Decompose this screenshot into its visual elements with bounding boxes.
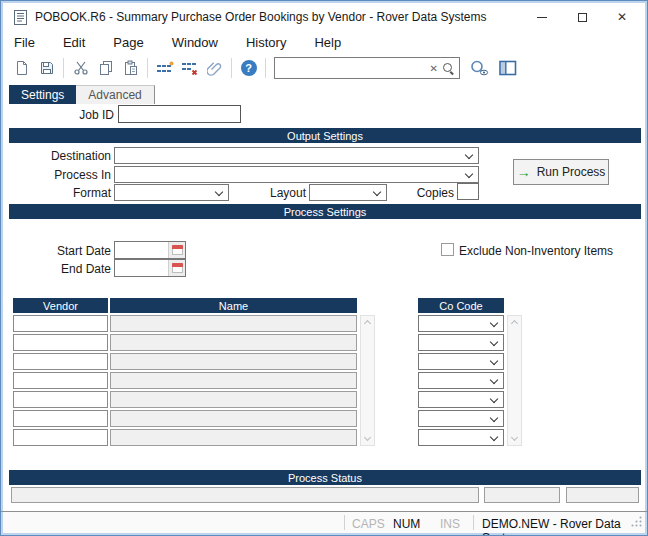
layout-select[interactable] [309, 184, 387, 201]
resize-grip[interactable] [630, 515, 642, 530]
destination-select[interactable] [114, 147, 479, 164]
ins-indicator: INS [440, 517, 460, 531]
close-icon: ✕ [617, 11, 627, 23]
chevron-down-icon [490, 433, 498, 441]
vendor-cell[interactable] [13, 334, 108, 351]
table-row [13, 315, 357, 332]
menu-page[interactable]: Page [103, 33, 153, 52]
vendor-cell[interactable] [13, 391, 108, 408]
add-rows-button[interactable] [152, 56, 177, 80]
vendor-cell[interactable] [13, 372, 108, 389]
caps-indicator: CAPS [352, 517, 385, 531]
co-code-select[interactable] [418, 315, 504, 332]
co-code-select[interactable] [418, 334, 504, 351]
menu-history[interactable]: History [236, 33, 296, 52]
attach-button[interactable] [202, 56, 227, 80]
toolbar-separator [265, 58, 266, 78]
process-status-field-3 [566, 487, 639, 503]
menu-help[interactable]: Help [304, 33, 351, 52]
maximize-button[interactable] [562, 4, 602, 30]
job-id-input[interactable] [118, 105, 241, 123]
find-button[interactable] [466, 56, 491, 80]
scroll-up-icon[interactable] [511, 320, 518, 327]
co-code-select[interactable] [418, 372, 504, 389]
process-settings-header: Process Settings [9, 204, 641, 219]
close-button[interactable]: ✕ [602, 4, 642, 30]
chevron-down-icon [490, 319, 498, 327]
job-id-label: Job ID [41, 108, 114, 122]
end-date-input[interactable] [114, 259, 186, 277]
cut-button[interactable] [68, 56, 93, 80]
co-code-select[interactable] [418, 391, 504, 408]
toolbar: ? ✕ [4, 54, 644, 82]
menu-edit[interactable]: Edit [53, 33, 95, 52]
process-status-field-2 [484, 487, 560, 503]
vendor-cell[interactable] [13, 353, 108, 370]
paste-button[interactable] [118, 56, 143, 80]
chevron-down-icon [490, 395, 498, 403]
cut-icon [73, 60, 89, 76]
destination-label: Destination [21, 149, 111, 163]
vendor-cell[interactable] [13, 410, 108, 427]
run-process-button[interactable]: → Run Process [513, 159, 609, 185]
num-indicator: NUM [393, 517, 420, 531]
chevron-down-icon [490, 338, 498, 346]
scroll-down-icon[interactable] [364, 434, 371, 441]
app-icon [14, 10, 27, 25]
scroll-down-icon[interactable] [511, 434, 518, 441]
layout-panel-icon [499, 60, 517, 76]
save-button[interactable] [34, 56, 59, 80]
add-rows-icon [156, 61, 174, 76]
co-code-table-scrollbar[interactable] [507, 315, 522, 446]
help-button[interactable]: ? [236, 56, 261, 80]
co-code-select[interactable] [418, 429, 504, 446]
end-date-picker-button[interactable] [168, 260, 185, 276]
statusbar-separator [473, 515, 474, 530]
find-preview-icon [469, 59, 489, 77]
vendor-cell[interactable] [13, 429, 108, 446]
format-select[interactable] [114, 184, 229, 201]
new-icon [14, 60, 30, 76]
name-column-header: Name [110, 298, 357, 313]
menu-file[interactable]: File [4, 33, 45, 52]
co-code-select[interactable] [418, 410, 504, 427]
start-date-input[interactable] [114, 241, 186, 259]
delete-rows-button[interactable] [177, 56, 202, 80]
co-code-column-header: Co Code [418, 298, 504, 313]
table-row [13, 334, 357, 351]
table-row [13, 372, 357, 389]
minimize-button[interactable] [522, 4, 562, 30]
process-in-select[interactable] [114, 166, 479, 183]
maximize-icon [578, 13, 587, 22]
tab-settings[interactable]: Settings [9, 85, 76, 104]
tab-strip: Settings Advanced [9, 85, 155, 104]
clear-search-icon[interactable]: ✕ [426, 63, 442, 74]
new-button[interactable] [9, 56, 34, 80]
exclude-non-inventory-checkbox[interactable] [441, 243, 454, 256]
minimize-icon [537, 17, 547, 18]
calendar-icon [172, 245, 183, 255]
menu-window[interactable]: Window [162, 33, 228, 52]
scroll-up-icon[interactable] [364, 320, 371, 327]
copy-button[interactable] [93, 56, 118, 80]
chevron-down-icon [490, 376, 498, 384]
layout-button[interactable] [495, 56, 520, 80]
start-date-label: Start Date [31, 244, 111, 258]
copies-input[interactable] [457, 183, 479, 200]
name-cell [110, 315, 357, 332]
vendor-table-scrollbar[interactable] [360, 315, 375, 446]
co-code-select[interactable] [418, 353, 504, 370]
tab-advanced[interactable]: Advanced [76, 85, 154, 104]
name-cell [110, 372, 357, 389]
vendor-cell[interactable] [13, 315, 108, 332]
search-icon[interactable] [442, 62, 455, 75]
name-cell [110, 334, 357, 351]
process-status-message-field [11, 487, 479, 503]
paste-icon [123, 60, 139, 76]
session-context: DEMO.NEW - Rover Data Systems [482, 517, 645, 536]
format-label: Format [21, 186, 111, 200]
start-date-picker-button[interactable] [168, 242, 185, 258]
table-row [13, 429, 357, 446]
search-input[interactable] [279, 60, 426, 76]
calendar-icon [172, 263, 183, 273]
